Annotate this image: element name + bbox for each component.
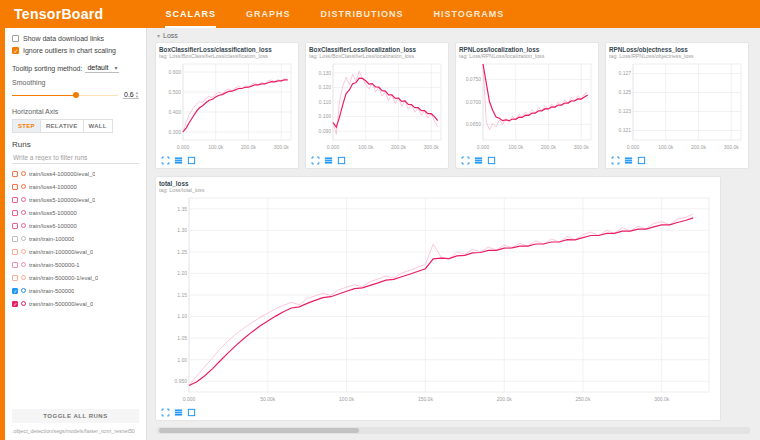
tab-scalars[interactable]: SCALARS — [165, 0, 216, 28]
run-checkbox[interactable] — [12, 249, 18, 255]
chart-plot-box-classification-loss[interactable]: 0.3000.4000.5000.6000.000100.0k200.0k300… — [159, 60, 295, 150]
pin-icon[interactable] — [187, 156, 196, 165]
data-table-icon[interactable] — [174, 408, 183, 417]
toggle-all-runs-button[interactable]: TOGGLE ALL RUNS — [12, 409, 139, 423]
run-name: train/train-500000/eval_0 — [29, 301, 93, 307]
data-table-icon[interactable] — [624, 156, 633, 165]
pin-icon[interactable] — [637, 156, 646, 165]
ignore-outliers-checkbox[interactable]: Ignore outliers in chart scaling — [12, 47, 139, 54]
chart-toolbar — [159, 154, 295, 165]
svg-text:1.30: 1.30 — [177, 227, 187, 233]
fullscreen-icon[interactable] — [311, 156, 320, 165]
svg-text:0.500: 0.500 — [168, 89, 181, 95]
run-row[interactable]: train/loss6-100000 — [12, 219, 139, 232]
category-header-loss[interactable]: ▾ Loss — [157, 32, 752, 39]
svg-text:50.00k: 50.00k — [260, 396, 276, 402]
run-row[interactable]: train/loss5-100000 — [12, 206, 139, 219]
run-row[interactable]: train/train-100000 — [12, 232, 139, 245]
tab-distributions[interactable]: DISTRIBUTIONS — [320, 0, 403, 28]
tab-graphs[interactable]: GRAPHS — [246, 0, 291, 28]
main-content: ▾ Loss BoxClassifierLoss/classification_… — [147, 28, 760, 440]
svg-text:1.05: 1.05 — [177, 335, 187, 341]
chart-plot-rpn-objectness-loss[interactable]: 0.1210.1230.1250.1270.000100.0k200.0k300… — [609, 60, 745, 150]
axis-mode-relative[interactable]: RELATIVE — [41, 119, 84, 133]
svg-text:300.0k: 300.0k — [654, 396, 670, 402]
run-row[interactable]: train/loss5-100000/eval_0 — [12, 193, 139, 206]
data-table-icon[interactable] — [474, 156, 483, 165]
run-row[interactable]: train/train-500000 — [12, 284, 139, 297]
svg-text:0.110: 0.110 — [319, 99, 331, 105]
tooltip-sort-label: Tooltip sorting method: — [12, 65, 82, 72]
run-checkbox[interactable] — [12, 210, 18, 216]
axis-mode-wall[interactable]: WALL — [84, 119, 113, 133]
small-charts-row: BoxClassifierLoss/classification_losstag… — [155, 42, 752, 169]
chart-toolbar — [159, 406, 717, 417]
fullscreen-icon[interactable] — [161, 156, 170, 165]
smoothing-value-input[interactable]: 0.6 ▴▾ — [123, 91, 139, 99]
data-table-icon[interactable] — [174, 156, 183, 165]
show-download-links-checkbox[interactable]: Show data download links — [12, 35, 139, 42]
svg-text:0.000: 0.000 — [177, 144, 190, 150]
runs-list[interactable]: train/loss4-100000/eval_0train/loss4-100… — [12, 167, 139, 405]
pin-icon[interactable] — [337, 156, 346, 165]
smoothing-label: Smoothing — [12, 79, 139, 86]
svg-text:0.950: 0.950 — [174, 378, 187, 384]
svg-text:0.130: 0.130 — [318, 70, 331, 76]
svg-text:0.0750: 0.0750 — [466, 76, 482, 82]
nav-tabs: SCALARSGRAPHSDISTRIBUTIONSHISTOGRAMS — [165, 0, 504, 28]
run-checkbox[interactable] — [12, 236, 18, 242]
tooltip-sort-row: Tooltip sorting method: default ▾ — [12, 63, 139, 73]
spinner-arrows-icon[interactable]: ▴▾ — [136, 91, 138, 98]
svg-text:0.125: 0.125 — [618, 89, 631, 95]
svg-text:100.0k: 100.0k — [508, 144, 524, 150]
run-checkbox[interactable] — [12, 288, 18, 294]
run-checkbox[interactable] — [12, 197, 18, 203]
horizontal-scrollbar[interactable] — [157, 427, 750, 434]
svg-text:200.0k: 200.0k — [541, 144, 557, 150]
fullscreen-icon[interactable] — [461, 156, 470, 165]
svg-text:0.000: 0.000 — [477, 144, 490, 150]
run-color-icon — [21, 184, 26, 189]
run-name: train/train-100000 — [29, 236, 74, 242]
run-checkbox[interactable] — [12, 184, 18, 190]
svg-text:0.100: 0.100 — [318, 113, 331, 119]
axis-mode-step[interactable]: STEP — [12, 119, 41, 133]
run-name: train/train-500000-1 — [29, 262, 80, 268]
run-row[interactable]: train/loss4-100000/eval_0 — [12, 167, 139, 180]
smoothing-slider[interactable] — [12, 90, 118, 100]
chart-plot-total-loss[interactable]: 0.9501.001.051.101.151.201.251.301.350.0… — [159, 194, 717, 402]
chart-plot-box-localization-loss[interactable]: 0.0900.1000.1100.1200.1300.000100.0k200.… — [309, 60, 445, 150]
run-row[interactable]: train/loss4-100000 — [12, 180, 139, 193]
run-checkbox[interactable] — [12, 262, 18, 268]
run-row[interactable]: train/train-500000-1/eval_0 — [12, 271, 139, 284]
smoothing-value: 0.6 — [124, 91, 134, 98]
chart-tag: tag: Loss/BoxClassifierLoss/classificati… — [159, 53, 295, 59]
run-row[interactable]: train/train-500000-1 — [12, 258, 139, 271]
chart-tag: tag: Loss/total_loss — [159, 187, 717, 193]
checkbox-icon — [12, 35, 19, 42]
fullscreen-icon[interactable] — [161, 408, 170, 417]
run-checkbox[interactable] — [12, 275, 18, 281]
run-checkbox[interactable] — [12, 223, 18, 229]
svg-text:150.0k: 150.0k — [418, 396, 434, 402]
tooltip-sort-value: default — [87, 64, 108, 71]
run-name: train/loss4-100000 — [29, 184, 77, 190]
runs-filter-input[interactable] — [12, 152, 139, 164]
run-row[interactable]: train/train-500000/eval_0 — [12, 297, 139, 310]
run-color-icon — [21, 262, 26, 267]
run-row[interactable]: train/train-100000/eval_0 — [12, 245, 139, 258]
svg-text:0.123: 0.123 — [618, 108, 631, 114]
tab-histograms[interactable]: HISTOGRAMS — [433, 0, 504, 28]
run-checkbox[interactable] — [12, 171, 18, 177]
data-table-icon[interactable] — [324, 156, 333, 165]
pin-icon[interactable] — [487, 156, 496, 165]
svg-text:0.127: 0.127 — [618, 70, 631, 76]
run-checkbox[interactable] — [12, 301, 18, 307]
scrollbar-thumb[interactable] — [159, 428, 359, 433]
pin-icon[interactable] — [187, 408, 196, 417]
chart-plot-rpn-localization-loss[interactable]: 0.06500.07000.07500.000100.0k200.0k300.0… — [459, 60, 595, 150]
svg-text:250.0k: 250.0k — [575, 396, 591, 402]
fullscreen-icon[interactable] — [611, 156, 620, 165]
tooltip-sort-select[interactable]: default ▾ — [85, 63, 119, 73]
slider-thumb[interactable] — [73, 92, 79, 98]
